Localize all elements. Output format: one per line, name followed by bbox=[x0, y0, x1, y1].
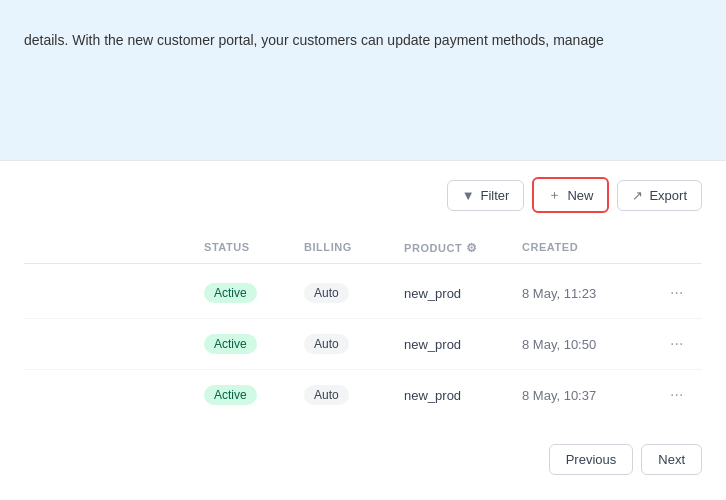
main-content: ▼ Filter ＋ New ↗ Export STATUS BILLING P… bbox=[0, 160, 726, 500]
plus-icon: ＋ bbox=[548, 186, 561, 204]
row-1-product: new_prod bbox=[404, 286, 522, 301]
row-2-more-button[interactable]: ··· bbox=[662, 331, 691, 357]
th-billing: BILLING bbox=[304, 241, 404, 255]
th-product-label: PRODUCT bbox=[404, 242, 462, 254]
previous-button[interactable]: Previous bbox=[549, 444, 634, 475]
table-row: Active Auto new_prod 8 May, 10:50 ··· bbox=[24, 319, 702, 370]
row-3-created: 8 May, 10:37 bbox=[522, 388, 662, 403]
billing-badge: Auto bbox=[304, 385, 349, 405]
row-1-actions: ··· bbox=[662, 280, 702, 306]
banner-text: details. With the new customer portal, y… bbox=[24, 30, 604, 51]
billing-badge: Auto bbox=[304, 283, 349, 303]
table-header: STATUS BILLING PRODUCT ⚙ CREATED bbox=[24, 233, 702, 264]
row-3-billing: Auto bbox=[304, 385, 404, 405]
row-1-status: Active bbox=[204, 283, 304, 303]
row-2-status: Active bbox=[204, 334, 304, 354]
new-label: New bbox=[567, 188, 593, 203]
status-badge: Active bbox=[204, 385, 257, 405]
export-icon: ↗ bbox=[632, 188, 643, 203]
export-label: Export bbox=[649, 188, 687, 203]
next-button[interactable]: Next bbox=[641, 444, 702, 475]
table-row: Active Auto new_prod 8 May, 10:37 ··· bbox=[24, 370, 702, 420]
table-container: STATUS BILLING PRODUCT ⚙ CREATED Active … bbox=[24, 233, 702, 420]
previous-label: Previous bbox=[566, 452, 617, 467]
filter-icon: ▼ bbox=[462, 188, 475, 203]
status-badge: Active bbox=[204, 283, 257, 303]
th-product: PRODUCT ⚙ bbox=[404, 241, 522, 255]
row-2-actions: ··· bbox=[662, 331, 702, 357]
row-2-billing: Auto bbox=[304, 334, 404, 354]
row-2-product: new_prod bbox=[404, 337, 522, 352]
next-label: Next bbox=[658, 452, 685, 467]
gear-icon[interactable]: ⚙ bbox=[466, 241, 478, 255]
row-3-status: Active bbox=[204, 385, 304, 405]
row-3-product: new_prod bbox=[404, 388, 522, 403]
th-actions bbox=[662, 241, 702, 255]
row-2-created: 8 May, 10:50 bbox=[522, 337, 662, 352]
export-button[interactable]: ↗ Export bbox=[617, 180, 702, 211]
filter-label: Filter bbox=[481, 188, 510, 203]
row-3-actions: ··· bbox=[662, 382, 702, 408]
row-3-more-button[interactable]: ··· bbox=[662, 382, 691, 408]
th-created: CREATED bbox=[522, 241, 662, 255]
th-empty bbox=[24, 241, 204, 255]
pagination: Previous Next bbox=[24, 444, 702, 491]
row-1-created: 8 May, 11:23 bbox=[522, 286, 662, 301]
filter-button[interactable]: ▼ Filter bbox=[447, 180, 525, 211]
top-banner: details. With the new customer portal, y… bbox=[0, 0, 726, 160]
new-button[interactable]: ＋ New bbox=[532, 177, 609, 213]
billing-badge: Auto bbox=[304, 334, 349, 354]
row-1-more-button[interactable]: ··· bbox=[662, 280, 691, 306]
th-status: STATUS bbox=[204, 241, 304, 255]
toolbar: ▼ Filter ＋ New ↗ Export bbox=[24, 177, 702, 213]
table-row: Active Auto new_prod 8 May, 11:23 ··· bbox=[24, 268, 702, 319]
status-badge: Active bbox=[204, 334, 257, 354]
row-1-billing: Auto bbox=[304, 283, 404, 303]
